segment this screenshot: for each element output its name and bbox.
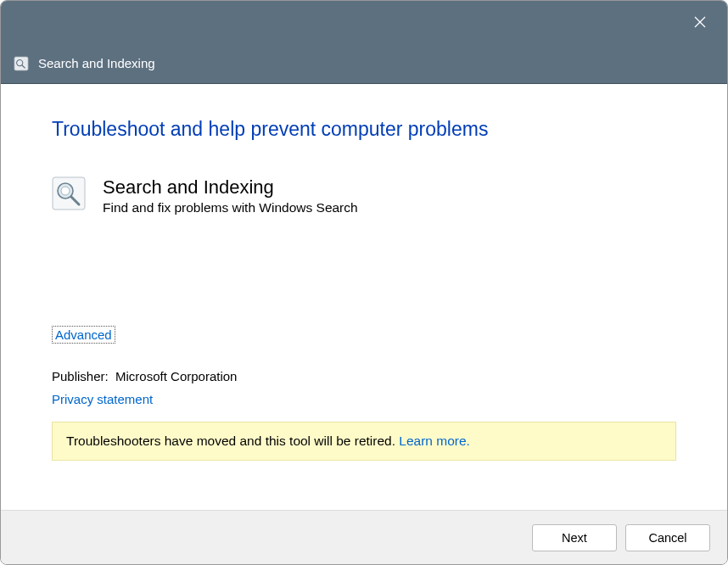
advanced-link[interactable]: Advanced [52,326,115,344]
troubleshooter-info: Search and Indexing Find and fix problem… [52,176,676,215]
next-button[interactable]: Next [532,524,617,551]
header-row: Search and Indexing [1,43,727,84]
troubleshooter-large-icon [52,176,86,210]
next-button-label: Next [562,531,587,545]
publisher-label: Publisher: [52,369,109,383]
content-area: Troubleshoot and help prevent computer p… [1,84,727,510]
page-title: Troubleshoot and help prevent computer p… [52,118,676,141]
publisher-row: Publisher: Microsoft Corporation [52,369,676,383]
notice-text: Troubleshooters have moved and this tool… [66,434,399,448]
learn-more-link[interactable]: Learn more. [399,434,470,448]
privacy-statement-link[interactable]: Privacy statement [52,392,153,406]
header-title: Search and Indexing [38,56,155,70]
close-button[interactable] [681,3,719,41]
cancel-button[interactable]: Cancel [625,524,710,551]
troubleshooter-small-icon [13,55,30,72]
troubleshooter-text: Search and Indexing Find and fix problem… [103,176,358,215]
publisher-value: Microsoft Corporation [115,369,237,383]
titlebar [1,1,727,43]
troubleshooter-title: Search and Indexing [103,176,358,199]
troubleshooter-description: Find and fix problems with Windows Searc… [103,200,358,215]
footer-bar: Next Cancel [1,510,727,564]
retirement-notice: Troubleshooters have moved and this tool… [52,422,676,461]
svg-point-7 [61,187,70,195]
close-icon [694,16,706,28]
